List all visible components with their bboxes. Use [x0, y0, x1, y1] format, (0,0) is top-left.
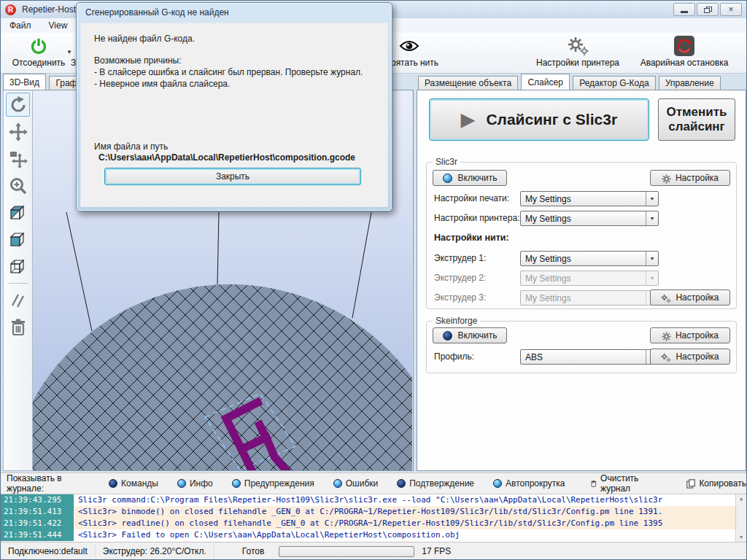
extruder3-select: My Settings▼ — [520, 290, 659, 306]
chevron-down-icon: ▼ — [646, 252, 658, 265]
move-object-icon — [9, 149, 28, 168]
scroll-up-icon[interactable]: ▲ — [736, 496, 746, 502]
log-message: <Slic3r> readline() on closed filehandle… — [74, 518, 746, 529]
scroll-down-icon[interactable]: ▼ — [736, 534, 746, 540]
led-icon — [333, 479, 342, 488]
printer-settings-button[interactable]: Настройки принтера — [530, 34, 625, 72]
led-icon — [493, 479, 502, 488]
window-title: Repetier-Host — [22, 4, 76, 15]
chevron-down-icon: ▼ — [646, 211, 658, 225]
isometric-view-button[interactable] — [6, 201, 30, 225]
skeinforge-group-title: Skeinforge — [433, 316, 480, 326]
skeinforge-configure-button[interactable]: Настройка — [650, 327, 730, 343]
app-window: R Repetier-Host × Файл View ▼ Отсоединит… — [0, 0, 747, 560]
filter-commands[interactable]: Команды — [109, 478, 158, 489]
parallel-projection-button[interactable] — [6, 288, 30, 312]
power-icon — [4, 34, 74, 58]
gears-icon — [661, 353, 671, 362]
tab-3d-view[interactable]: 3D-Вид — [3, 74, 46, 90]
profile-select[interactable]: ABS▼ — [520, 349, 659, 365]
zoom-button[interactable] — [6, 174, 30, 198]
emergency-stop-icon — [625, 34, 743, 58]
led-icon — [177, 479, 186, 488]
log-area: 21:39:43.295 Slic3r command:C:\Program F… — [1, 494, 746, 542]
gears-icon — [530, 34, 625, 58]
status-bar: Подключено:default Экструдер: 26.20°C/От… — [1, 542, 746, 560]
right-panel: Размещение объекта Слайсер Редактор G-Ко… — [417, 74, 746, 471]
move-object-button[interactable] — [6, 147, 30, 171]
parallel-lines-icon — [9, 291, 28, 310]
clear-log-button[interactable]: Очистить журнал — [590, 473, 662, 494]
log-row: 21:39:43.295 Slic3r command:C:\Program F… — [1, 494, 746, 506]
rotate-view-button[interactable] — [6, 93, 30, 117]
tab-slicer[interactable]: Слайсер — [521, 74, 569, 90]
log-timestamp: 21:39:51.413 — [1, 506, 74, 518]
copy-log-button[interactable]: Копировать — [686, 478, 746, 489]
close-button[interactable]: × — [720, 3, 742, 16]
log-timestamp: 21:39:51.422 — [1, 518, 74, 529]
filter-info[interactable]: Инфо — [177, 478, 213, 489]
skeinforge-profile-configure-button[interactable]: Настройка — [650, 349, 730, 365]
dialog-reason-2: - Неверное имя файла слайсера. — [94, 79, 379, 89]
delete-object-button[interactable] — [6, 315, 30, 339]
printer-state: Готов — [235, 545, 272, 558]
led-icon — [232, 479, 241, 488]
extruder1-select[interactable]: My Settings▼ — [520, 251, 659, 266]
log-message: <Slic3r> binmode() on closed filehandle … — [74, 506, 746, 518]
gears-icon — [661, 294, 671, 303]
slic3r-enable-button[interactable]: Включить — [433, 170, 507, 186]
filter-warnings[interactable]: Предупреждения — [232, 478, 314, 489]
dialog-reasons-header: Возможные причины: — [94, 55, 379, 66]
slice-with-slic3r-button[interactable]: ▶ Слайсинг с Slic3r — [429, 98, 649, 141]
dialog-message: Не найден файл G-кода. — [94, 34, 379, 44]
led-icon — [109, 479, 117, 488]
extruder-temperature: Экструдер: 26.20°C/Откл. — [96, 545, 214, 558]
filter-acknowledge[interactable]: Подтверждение — [397, 478, 474, 489]
gcode-not-found-dialog: Сгенерированный G-код не найден Не найде… — [76, 2, 392, 211]
disconnect-button[interactable]: ▼ Отсоединить — [4, 34, 74, 72]
log-timestamp: 21:39:43.295 — [1, 494, 74, 506]
slic3r-filament-configure-button[interactable]: Настройка — [650, 289, 730, 306]
perspective-view-button[interactable] — [6, 254, 30, 279]
minimize-icon — [681, 11, 688, 13]
dialog-close-button[interactable]: Закрыть — [104, 168, 361, 185]
log-scrollbar[interactable]: ▲ ▼ — [735, 494, 746, 542]
extruder2-label: Экструдер 2: — [434, 273, 486, 283]
tool-separator — [9, 283, 28, 284]
move-view-button[interactable] — [6, 120, 30, 144]
gear-icon — [662, 332, 671, 341]
chevron-down-icon: ▼ — [646, 192, 658, 206]
menu-view[interactable]: View — [40, 18, 77, 33]
gear-icon — [662, 174, 671, 184]
restore-icon — [704, 7, 712, 13]
tab-object-placement[interactable]: Размещение объекта — [418, 76, 518, 90]
slic3r-configure-button[interactable]: Настройка — [650, 170, 730, 186]
fps-counter: 17 FPS — [422, 545, 458, 558]
log-message: <Slic3r> Failed to open C:\Users\аан\App… — [74, 529, 746, 541]
app-logo-icon: R — [5, 4, 16, 15]
skeinforge-group: Skeinforge Включить Настройка Профиль: A… — [426, 321, 737, 373]
print-settings-select[interactable]: My Settings▼ — [520, 191, 659, 206]
slic3r-group: Slic3r Включить Настройка Настройки печа… — [426, 162, 737, 309]
tab-manual-control[interactable]: Управление — [659, 76, 721, 90]
slic3r-group-title: Slic3r — [433, 157, 460, 167]
log-row: 21:39:51.422 <Slic3r> readline() on clos… — [1, 518, 746, 529]
filter-errors[interactable]: Ошибки — [333, 478, 379, 489]
view-tool-column — [3, 90, 33, 471]
profile-label: Профиль: — [434, 351, 474, 362]
progress-bar — [279, 546, 414, 557]
cube-front-icon — [8, 230, 28, 250]
led-icon — [397, 479, 406, 488]
printer-settings-select[interactable]: My Settings▼ — [520, 211, 659, 226]
cancel-slicing-button[interactable]: Отменить слайсинг — [658, 98, 735, 141]
tab-gcode-editor[interactable]: Редактор G-Кода — [573, 76, 655, 90]
front-view-button[interactable] — [6, 228, 30, 252]
restore-button[interactable] — [697, 3, 719, 16]
emergency-stop-button[interactable]: Аварийная остановка — [625, 34, 743, 72]
skeinforge-enable-button[interactable]: Включить — [433, 327, 507, 343]
filter-autoscroll[interactable]: Автопрокрутка — [493, 478, 565, 489]
menu-file[interactable]: Файл — [1, 18, 40, 33]
minimize-button[interactable] — [673, 3, 695, 16]
copy-icon — [686, 479, 695, 489]
chevron-down-icon: ▼ — [646, 271, 658, 285]
